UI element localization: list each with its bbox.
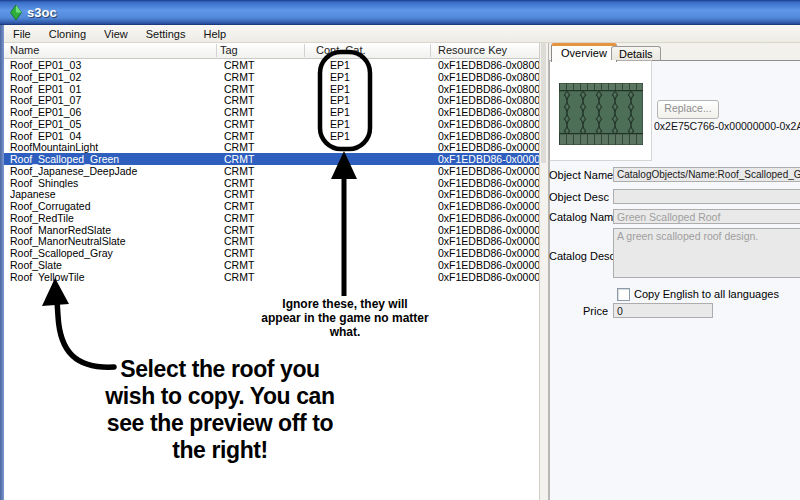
column-header-name[interactable]: Name <box>10 44 39 56</box>
cell-tag: CRMT <box>216 71 304 83</box>
column-divider[interactable] <box>304 44 305 57</box>
cell-tag: CRMT <box>216 165 304 177</box>
roof-preview-image <box>559 83 643 145</box>
table-row[interactable]: Roof_Slate CRMT 0xF1EDBD86-0x0000000 <box>4 259 539 271</box>
column-divider[interactable] <box>216 44 217 57</box>
table-row[interactable]: Roof_Shingles CRMT 0xF1EDBD86-0x0000000 <box>4 177 539 189</box>
menu-item[interactable]: Cloning <box>40 25 95 42</box>
table-row[interactable]: Roof_ManorRedSlate CRMT 0xF1EDBD86-0x000… <box>4 224 539 236</box>
plumbob-icon <box>9 5 23 20</box>
cell-resource-key: 0xF1EDBD86-0x0000000 <box>430 177 539 189</box>
column-header-tag[interactable]: Tag <box>220 44 238 56</box>
cell-resource-key: 0xF1EDBD86-0x0800000 <box>430 118 539 130</box>
table-row[interactable]: Roof_Japanese_DeepJade CRMT 0xF1EDBD86-0… <box>4 165 539 177</box>
window-title: s3oc <box>27 5 57 20</box>
cell-cont-cat <box>304 165 430 177</box>
menu-item[interactable]: Help <box>194 25 235 42</box>
replace-button[interactable]: Replace... <box>657 100 719 119</box>
cell-name: Japanese <box>4 188 216 200</box>
cell-name: Roof_Corrugated <box>4 200 216 212</box>
cell-name: Roof_Scalloped_Gray <box>4 247 216 259</box>
cell-tag: CRMT <box>216 94 304 106</box>
object-name-field[interactable]: CatalogObjects/Name:Roof_Scalloped_Green <box>613 167 800 182</box>
cell-cont-cat: EP1 <box>304 106 430 118</box>
cell-tag: CRMT <box>216 271 304 283</box>
cell-resource-key: 0xF1EDBD86-0x0800000 <box>430 71 539 83</box>
table-row[interactable]: Roof_EP01_07 CRMT EP1 0xF1EDBD86-0x08000… <box>4 94 539 106</box>
table-row[interactable]: RoofMountainLight CRMT 0xF1EDBD86-0x0000… <box>4 141 539 153</box>
roof-list: Roof_EP01_03 CRMT EP1 0xF1EDBD86-0x08000… <box>4 59 539 282</box>
cell-cont-cat <box>304 212 430 224</box>
tab-overview[interactable]: Overview <box>551 43 617 62</box>
cell-tag: CRMT <box>216 106 304 118</box>
cell-name: Roof_Slate <box>4 259 216 271</box>
cell-cont-cat <box>304 188 430 200</box>
table-row[interactable]: Roof_Scalloped_Green CRMT 0xF1EDBD86-0x0… <box>4 153 539 165</box>
table-row[interactable]: Roof_Corrugated CRMT 0xF1EDBD86-0x000000… <box>4 200 539 212</box>
menu-item[interactable]: View <box>95 25 137 42</box>
menu-item[interactable]: File <box>4 25 40 42</box>
cell-resource-key: 0xF1EDBD86-0x0000000 <box>430 271 539 283</box>
preview-box <box>549 60 652 161</box>
cell-name: Roof_Scalloped_Green <box>4 153 216 165</box>
table-row[interactable]: Roof_RedTile CRMT 0xF1EDBD86-0x0000000 <box>4 212 539 224</box>
cell-name: Roof_EP01_04 <box>4 130 216 142</box>
menu-item[interactable]: Settings <box>137 25 195 42</box>
table-row[interactable]: Roof_YellowTile CRMT 0xF1EDBD86-0x000000… <box>4 271 539 283</box>
cell-resource-key: 0xF1EDBD86-0x0000000 <box>430 235 539 247</box>
cell-tag: CRMT <box>216 153 304 165</box>
menu-item-label: Help <box>203 28 226 40</box>
cell-name: Roof_EP01_01 <box>4 83 216 95</box>
price-label: Price <box>549 305 608 317</box>
cell-tag: CRMT <box>216 235 304 247</box>
cell-resource-key: 0xF1EDBD86-0x0000000 <box>430 200 539 212</box>
scrollbar-thumb[interactable] <box>541 43 546 163</box>
column-header-resource-key[interactable]: Resource Key <box>438 44 507 56</box>
catalog-desc-label: Catalog Desc <box>549 250 608 262</box>
table-row[interactable]: Roof_EP01_06 CRMT EP1 0xF1EDBD86-0x08000… <box>4 106 539 118</box>
cell-tag: CRMT <box>216 259 304 271</box>
table-row[interactable]: Roof_ManorNeutralSlate CRMT 0xF1EDBD86-0… <box>4 235 539 247</box>
object-desc-label: Object Desc <box>549 191 608 203</box>
cell-tag: CRMT <box>216 200 304 212</box>
column-divider[interactable] <box>430 44 431 57</box>
cell-resource-key: 0xF1EDBD86-0x0000000 <box>430 247 539 259</box>
cell-name: Roof_EP01_07 <box>4 94 216 106</box>
cell-cont-cat: EP1 <box>304 130 430 142</box>
tab-details[interactable]: Details <box>611 46 661 60</box>
menu-bar: File Cloning View Settings Help <box>4 25 800 43</box>
cell-resource-key: 0xF1EDBD86-0x0800000 <box>430 130 539 142</box>
table-row[interactable]: Roof_EP01_05 CRMT EP1 0xF1EDBD86-0x08000… <box>4 118 539 130</box>
copy-english-label: Copy English to all languages <box>634 288 779 300</box>
cell-resource-key: 0xF1EDBD86-0x0000000 <box>430 165 539 177</box>
cell-name: Roof_EP01_02 <box>4 71 216 83</box>
title-bar[interactable]: s3oc <box>0 0 800 25</box>
table-row[interactable]: Roof_Scalloped_Gray CRMT 0xF1EDBD86-0x00… <box>4 247 539 259</box>
menu-item-label: View <box>104 28 128 40</box>
table-row[interactable]: Japanese CRMT 0xF1EDBD86-0x0000000 <box>4 188 539 200</box>
cell-resource-key: 0xF1EDBD86-0x0800000 <box>430 94 539 106</box>
cell-cont-cat: EP1 <box>304 59 430 71</box>
table-row[interactable]: Roof_EP01_02 CRMT EP1 0xF1EDBD86-0x08000… <box>4 71 539 83</box>
catalog-desc-field: A green scalloped roof design. <box>613 228 800 278</box>
price-field[interactable]: 0 <box>613 303 713 318</box>
cell-tag: CRMT <box>216 177 304 189</box>
table-row[interactable]: Roof_EP01_04 CRMT EP1 0xF1EDBD86-0x08000… <box>4 130 539 142</box>
cell-name: Roof_ManorNeutralSlate <box>4 235 216 247</box>
copy-english-checkbox[interactable] <box>617 288 630 301</box>
column-header-cont-cat[interactable]: Cont. Cat. <box>316 44 366 56</box>
cell-name: Roof_RedTile <box>4 212 216 224</box>
catalog-name-label: Catalog Name <box>549 211 608 223</box>
cell-resource-key: 0xF1EDBD86-0x0800000 <box>430 106 539 118</box>
cell-cont-cat: EP1 <box>304 71 430 83</box>
table-row[interactable]: Roof_EP01_01 CRMT EP1 0xF1EDBD86-0x08000… <box>4 83 539 95</box>
cell-cont-cat <box>304 177 430 189</box>
cell-name: Roof_EP01_03 <box>4 59 216 71</box>
cell-cont-cat <box>304 235 430 247</box>
menu-item-label: Settings <box>146 28 186 40</box>
cell-tag: CRMT <box>216 224 304 236</box>
table-row[interactable]: Roof_EP01_03 CRMT EP1 0xF1EDBD86-0x08000… <box>4 59 539 71</box>
cell-cont-cat <box>304 271 430 283</box>
cell-tag: CRMT <box>216 118 304 130</box>
list-scrollbar[interactable] <box>539 43 549 500</box>
